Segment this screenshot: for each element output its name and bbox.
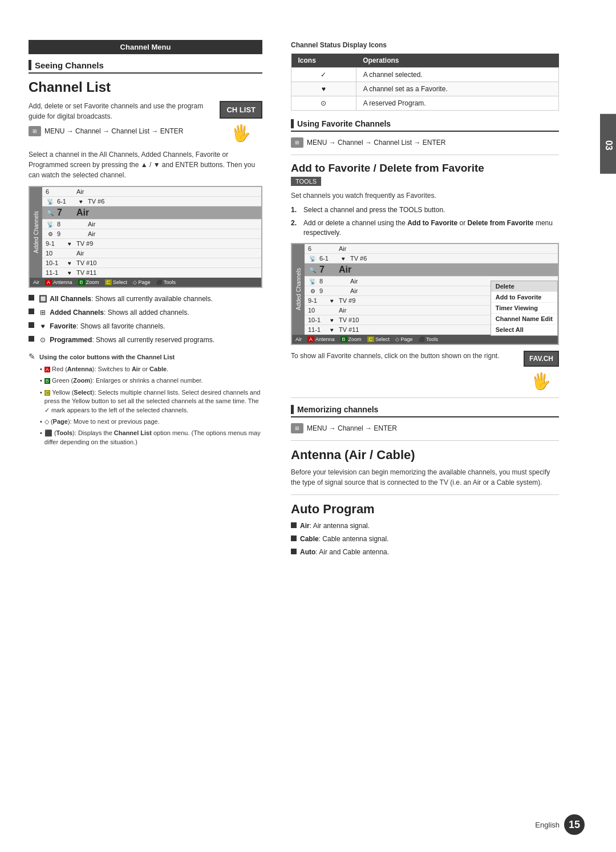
steps-list: 1. Select a channel and press the TOOLS … (291, 205, 559, 237)
table-row: 9-1 ♥ TV #9 (42, 239, 261, 249)
context-menu: Delete Add to Favorite Timer Viewing Cha… (491, 281, 558, 336)
note-section: ✎ Using the color buttons with the Chann… (29, 351, 262, 447)
channel-list-title: Channel List (29, 79, 262, 95)
hand-icon-2: 🖐 (531, 372, 551, 391)
tools-badge: TOOLS (291, 177, 321, 186)
divider-2 (291, 397, 559, 398)
table-row: ⚙ 9 Air (42, 229, 261, 239)
list-item: B Green (Zoom): Enlarges or shrinks a ch… (40, 376, 262, 385)
divider-3 (291, 440, 559, 441)
table-row: 6 Air (42, 187, 261, 197)
memorizing-menu: ⊞ MENU → Channel → ENTER (291, 423, 559, 433)
icon-cell: ⊙ (291, 96, 356, 111)
menu-icon-2: ⊞ (291, 137, 303, 148)
list-item: Auto: Air and Cable antenna. (291, 547, 559, 557)
tv-sidebar-1: Added Channels (30, 187, 42, 278)
step-1: 1. Select a channel and press the TOOLS … (291, 205, 559, 215)
list-item: ♥ Favorite: Shows all favorite channels. (29, 321, 262, 331)
table-row: 10 Air (42, 249, 261, 258)
page-number: 15 (564, 814, 585, 835)
side-tab: 03 Basic Features (600, 114, 616, 174)
status-display-title: Channel Status Display Icons (291, 40, 559, 50)
list-item: Air: Air antenna signal. (291, 521, 559, 531)
table-row-selected: 🔍 7 Air (42, 206, 261, 220)
add-fav-description: Set channels you watch frequently as Fav… (291, 190, 559, 201)
divider-4 (291, 494, 559, 495)
icons-table: Icons Operations ✓ A channel selected. ♥… (291, 54, 559, 111)
list-item: ⊙ Programmed: Shows all currently reserv… (29, 335, 262, 345)
page-footer: English 15 (535, 814, 585, 835)
list-item: ◇ (Page): Move to next or previous page. (40, 417, 262, 426)
antenna-title: Antenna (Air / Cable) (291, 448, 559, 462)
operation-cell: A channel set as a Favorite. (356, 82, 558, 96)
table-row: 11-1 ♥ TV #11 (42, 268, 261, 278)
list-item: 🔲 All Channels: Shows all currently avai… (29, 294, 262, 304)
table-row: ✓ A channel selected. (291, 68, 559, 82)
menu-path: ⊞ MENU → Channel → Channel List → ENTER (29, 126, 214, 136)
divider (291, 155, 559, 155)
using-favorite-menu: ⊞ MENU → Channel → Channel List → ENTER (291, 137, 559, 148)
antenna-description: Before your television can begin memoriz… (291, 467, 559, 488)
channel-list-description: Add, delete or set Favorite channels and… (29, 101, 214, 121)
fav-ch-note: To show all Favorite channels, click on … (291, 351, 518, 361)
tv-screen-1: Added Channels 6 Air 📡 6-1 ♥ TV #6 (29, 186, 262, 288)
auto-program-title: Auto Program (291, 502, 559, 517)
memorizing-title: Memorizing channels (291, 405, 559, 417)
table-row-selected: 🔍 7 Air Delete Add to Favorite Timer Vie… (305, 263, 558, 277)
using-favorite-title: Using Favorite Channels (291, 119, 559, 132)
table-row: 📡 8 Air (42, 220, 261, 229)
fav-ch-button[interactable]: FAV.CH (524, 351, 559, 367)
feature-list: 🔲 All Channels: Shows all currently avai… (29, 294, 262, 345)
table-header-icons: Icons (291, 54, 356, 68)
table-row: 6 Air (305, 244, 558, 254)
ch-list-button[interactable]: CH LIST (220, 101, 262, 119)
description-area: Add, delete or set Favorite channels and… (29, 101, 262, 143)
table-row: ♥ A channel set as a Favorite. (291, 82, 559, 96)
step-2: 2. Add or delete a channel using the Add… (291, 218, 559, 238)
left-column: Channel Menu Seeing Channels Channel Lis… (0, 23, 279, 829)
tv-footer-1: Air A Antenna B Zoom C Select ◇ Page ⬛ T… (30, 278, 261, 287)
list-item: Cable: Cable antenna signal. (291, 534, 559, 544)
seeing-channels-title: Seeing Channels (29, 60, 262, 74)
tv-content-2: 6 Air 📡 6-1 ♥ TV #6 🔍 7 (305, 244, 558, 335)
instruction-text: Select a channel in the All Channels, Ad… (29, 149, 262, 180)
accent-bar (29, 60, 31, 70)
language-label: English (535, 821, 560, 829)
table-header-operations: Operations (356, 54, 558, 68)
list-item: ⊞ Added Channels: Shows all added channe… (29, 307, 262, 318)
table-row: 10-1 ♥ TV #10 (42, 258, 261, 268)
auto-program-list: Air: Air antenna signal. Cable: Cable an… (291, 521, 559, 557)
table-row: 📡 6-1 ♥ TV #6 (305, 254, 558, 263)
side-tab-number: 03 (603, 140, 614, 150)
menu-icon-3: ⊞ (291, 423, 303, 433)
fav-ch-area: To show all Favorite channels, click on … (291, 351, 559, 391)
list-item: C Yellow (Select): Selects multiple chan… (40, 388, 262, 415)
tv-sidebar-2: Added Channels (292, 244, 305, 335)
hand-icon: 🖐 (231, 124, 251, 143)
tv-footer-2: Air A Antenna B Zoom C Select ◇ Page ⬛ T… (292, 335, 558, 344)
tv-content-1: 6 Air 📡 6-1 ♥ TV #6 🔍 7 (42, 187, 261, 278)
operation-cell: A reserved Program. (356, 96, 558, 111)
right-column: Channel Status Display Icons Icons Opera… (279, 23, 587, 829)
tv-screen-2: Added Channels 6 Air 📡 6-1 ♥ TV #6 (291, 243, 559, 345)
icon-cell: ♥ (291, 82, 356, 96)
menu-icon: ⊞ (29, 126, 41, 136)
operation-cell: A channel selected. (356, 68, 558, 82)
list-item: A Red (Antenna): Switches to Air or Cabl… (40, 365, 262, 374)
add-fav-title: Add to Favorite / Delete from Favorite (291, 162, 559, 175)
list-item: ⬛ (Tools): Displays the Channel List opt… (40, 429, 262, 447)
channel-menu-header: Channel Menu (29, 40, 262, 54)
table-row: 📡 6-1 ♥ TV #6 (42, 197, 261, 206)
table-row: ⊙ A reserved Program. (291, 96, 559, 111)
sub-bullet-list: A Red (Antenna): Switches to Air or Cabl… (29, 365, 262, 447)
icon-cell: ✓ (291, 68, 356, 82)
